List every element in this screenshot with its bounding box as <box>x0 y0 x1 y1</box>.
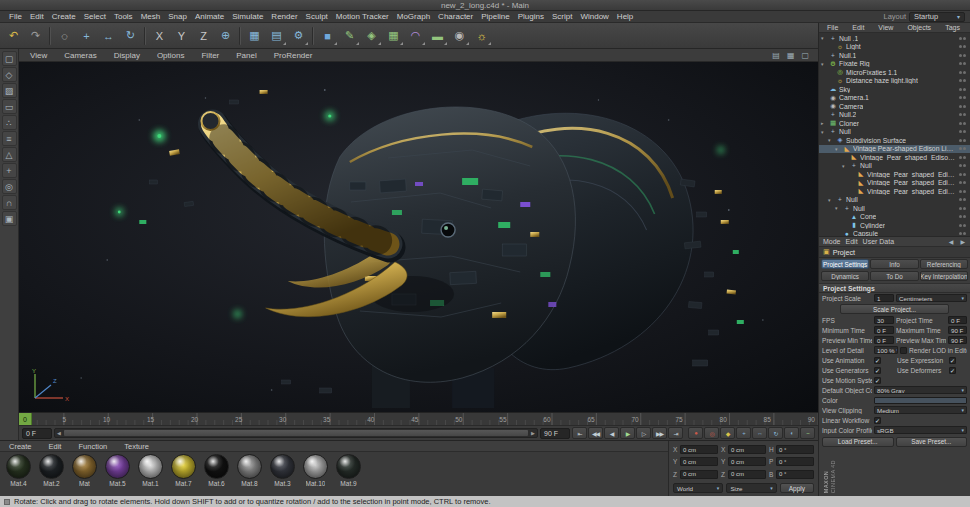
material-item[interactable]: Mat.9 <box>333 454 364 487</box>
expand-arrow-icon[interactable]: ▾ <box>828 197 834 203</box>
object-tree-row[interactable]: ▸ ▦ Cloner <box>819 119 970 128</box>
app-menu-item[interactable]: Motion Tracker <box>332 12 393 21</box>
transport-button[interactable]: ⇥ <box>668 427 683 439</box>
coordinate-value-input[interactable]: 0 cm <box>728 457 766 466</box>
object-tree-row[interactable]: ● Capsule <box>819 230 970 238</box>
toolbar-icon[interactable]: ▤ <box>266 25 287 46</box>
material-preview-sphere[interactable] <box>237 454 262 479</box>
use-generators-checkbox[interactable] <box>874 367 881 374</box>
object-tree-row[interactable]: ◣ Vintage_Pear_shaped_Edison_Light_Bulb_… <box>819 153 970 162</box>
object-tree-row[interactable]: ◉ Camera.1 <box>819 94 970 103</box>
viewport-menu-item[interactable]: Panel <box>232 51 260 60</box>
preview-min-time-input[interactable]: 0 F <box>874 336 894 344</box>
material-preview-sphere[interactable] <box>204 454 229 479</box>
timeline-range-slider[interactable]: ◀ ▶ <box>54 428 538 438</box>
material-preview-sphere[interactable] <box>39 454 64 479</box>
scale-project-button[interactable]: Scale Project... <box>840 304 949 314</box>
toolbar-icon[interactable]: ☼ <box>471 25 492 46</box>
visibility-dots[interactable] <box>959 215 968 218</box>
material-menu-item[interactable]: Function <box>74 442 111 451</box>
material-item[interactable]: Mat <box>69 454 100 487</box>
object-manager-menu-item[interactable]: Objects <box>903 24 935 31</box>
object-tree-row[interactable]: ☼ Light <box>819 43 970 52</box>
visibility-dots[interactable] <box>959 96 968 99</box>
visibility-dots[interactable] <box>959 156 968 159</box>
toolbar-icon[interactable]: X <box>149 25 170 46</box>
load-preset-button[interactable]: Load Preset... <box>822 437 894 447</box>
visibility-dots[interactable] <box>959 164 968 167</box>
range-slider-handle[interactable] <box>64 430 528 436</box>
visibility-dots[interactable] <box>959 88 968 91</box>
visibility-dots[interactable] <box>959 173 968 176</box>
record-button[interactable]: ◎ <box>704 427 719 439</box>
toolbar-icon[interactable]: ↶ <box>3 25 24 46</box>
visibility-dots[interactable] <box>959 62 968 65</box>
app-menu-item[interactable]: Help <box>613 12 637 21</box>
coordinate-value-input[interactable]: 0 cm <box>680 457 718 466</box>
am-tab[interactable]: Project Settings <box>821 259 869 269</box>
record-button[interactable]: + <box>736 427 751 439</box>
app-menu-item[interactable]: Animate <box>191 12 228 21</box>
history-back-icon[interactable]: ◀ <box>948 238 955 245</box>
use-deformers-checkbox[interactable] <box>949 367 956 374</box>
transport-button[interactable]: ◀◀ <box>588 427 603 439</box>
layout-select[interactable]: Startup <box>909 12 965 22</box>
object-tree-row[interactable]: ▾ + Null <box>819 162 970 171</box>
visibility-dots[interactable] <box>959 130 968 133</box>
object-tree-row[interactable]: ▾ ◈ Subdivision Surface <box>819 136 970 145</box>
minimum-time-input[interactable]: 0 F <box>874 326 894 334</box>
toolbar-icon[interactable] <box>49 27 51 45</box>
visibility-dots[interactable] <box>959 224 968 227</box>
app-menu-item[interactable]: File <box>5 12 26 21</box>
material-preview-sphere[interactable] <box>6 454 31 479</box>
record-button[interactable]: ~ <box>800 427 815 439</box>
timeline-playhead[interactable]: 0 <box>19 413 32 425</box>
app-menu-item[interactable]: Snap <box>164 12 191 21</box>
viewport-menu-item[interactable]: Options <box>153 51 189 60</box>
use-expression-checkbox[interactable] <box>949 357 956 364</box>
toolbar-icon[interactable]: ◌ <box>54 25 75 46</box>
material-item[interactable]: Mat.4 <box>3 454 34 487</box>
mode-toolbar-icon[interactable]: △ <box>2 147 17 162</box>
expand-arrow-icon[interactable]: ▾ <box>821 61 827 67</box>
material-preview-sphere[interactable] <box>105 454 130 479</box>
linear-workflow-checkbox[interactable] <box>874 417 881 424</box>
object-tree-row[interactable]: ◣ Vintage_Pear_shaped_Edison_Light_Bulb_… <box>819 179 970 188</box>
record-button[interactable]: ◆ <box>720 427 735 439</box>
visibility-dots[interactable] <box>959 37 968 40</box>
app-menu-item[interactable]: Simulate <box>228 12 267 21</box>
toolbar-icon[interactable]: ▦ <box>244 25 265 46</box>
visibility-dots[interactable] <box>959 105 968 108</box>
mode-toolbar-icon[interactable]: ∴ <box>2 115 17 130</box>
toolbar-icon[interactable]: ◉ <box>449 25 470 46</box>
object-tree-row[interactable]: ◎ MicroFixaties 1.1 <box>819 68 970 77</box>
material-preview-sphere[interactable] <box>270 454 295 479</box>
project-scale-input[interactable]: 1 <box>874 294 894 302</box>
toolbar-icon[interactable]: ⚙ <box>288 25 309 46</box>
object-tree-row[interactable]: ▲ Cone <box>819 213 970 222</box>
visibility-dots[interactable] <box>959 71 968 74</box>
viewport-maximize-icon[interactable]: ▢ <box>799 51 811 60</box>
app-menu-item[interactable]: Plugins <box>514 12 548 21</box>
visibility-dots[interactable] <box>959 45 968 48</box>
app-menu-item[interactable]: Edit <box>26 12 48 21</box>
object-manager-menu-item[interactable]: View <box>874 24 897 31</box>
object-tree-row[interactable]: + Null.1 <box>819 51 970 60</box>
toolbar-icon[interactable] <box>312 27 314 45</box>
object-tree-row[interactable]: ▮ Cylinder <box>819 221 970 230</box>
toolbar-icon[interactable]: ⊕ <box>215 25 236 46</box>
transport-button[interactable]: ◀ <box>604 427 619 439</box>
expand-arrow-icon[interactable]: ▾ <box>835 146 841 152</box>
viewport-layout-icon[interactable]: ▤ <box>770 51 782 60</box>
toolbar-icon[interactable]: ↻ <box>120 25 141 46</box>
preview-max-time-input[interactable]: 90 F <box>948 336 967 344</box>
am-menu-item[interactable]: Edit <box>846 238 858 245</box>
mode-toolbar-icon[interactable]: ◎ <box>2 179 17 194</box>
transform-mode-select[interactable]: World <box>673 483 723 493</box>
visibility-dots[interactable] <box>959 198 968 201</box>
toolbar-icon[interactable]: ✎ <box>339 25 360 46</box>
viewport-menu-item[interactable]: Filter <box>197 51 223 60</box>
expand-arrow-icon[interactable]: ▸ <box>821 120 827 126</box>
material-menu-item[interactable]: Create <box>5 442 36 451</box>
object-tree-row[interactable]: ◣ Vintage_Pear_shaped_Edison_Light_Bulb_… <box>819 187 970 196</box>
